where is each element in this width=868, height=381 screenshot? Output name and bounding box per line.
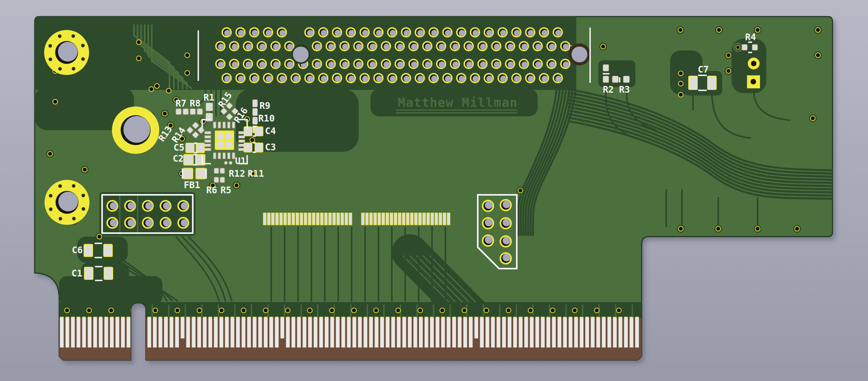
refdes-label-r3: R3 — [619, 84, 630, 95]
refdes-label-u1: U1 — [235, 156, 246, 166]
refdes-label-c3: C3 — [265, 142, 276, 152]
refdes-label-r9: R9 — [259, 101, 270, 111]
refdes-label-r12: R12 — [229, 168, 245, 179]
pcb-board-render: R7R8R1R15R16R9R10R13R14C4C5C3C2U1R12R11F… — [0, 0, 868, 381]
refdes-label-r11: R11 — [248, 168, 264, 179]
refdes-label-r5: R5 — [220, 185, 231, 195]
refdes-label-c6: C6 — [72, 245, 83, 255]
refdes-label-c5: C5 — [173, 142, 184, 153]
refdes-label-c7: C7 — [698, 64, 709, 75]
refdes-label-r2: R2 — [603, 84, 614, 95]
refdes-label-fb1: FB1 — [184, 180, 200, 190]
signature-copper-text: Matthew Millman — [398, 95, 518, 110]
refdes-label-c2: C2 — [173, 153, 184, 164]
refdes-label-r1: R1 — [203, 92, 214, 103]
pcb-render-viewport: R7R8R1R15R16R9R10R13R14C4C5C3C2U1R12R11F… — [0, 0, 868, 381]
refdes-label-r7: R7 — [175, 98, 186, 108]
refdes-label-r4: R4 — [745, 32, 756, 42]
refdes-label-r10: R10 — [258, 113, 275, 123]
refdes-label-r6: R6 — [206, 185, 217, 195]
refdes-label-r8: R8 — [190, 98, 201, 108]
refdes-label-c4: C4 — [265, 126, 276, 136]
refdes-label-c1: C1 — [71, 268, 82, 278]
